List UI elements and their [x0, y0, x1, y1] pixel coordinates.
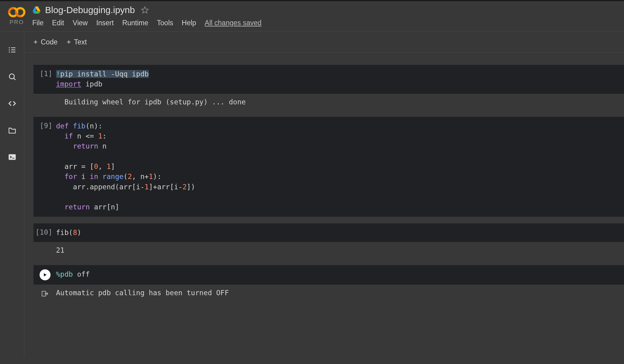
terminal-icon[interactable] [8, 153, 16, 161]
left-rail [0, 32, 24, 357]
code-editor[interactable]: !pip install -Uqq ipdb import ipdb [56, 69, 619, 89]
tok: ]+arr[i- [149, 183, 183, 191]
cell-toolbar: + Code + Text [24, 32, 624, 53]
svg-line-9 [13, 78, 15, 80]
tok: ! [56, 70, 60, 78]
notebook-cells: [1] !pip install -Uqq ipdb import ipdb .… [24, 53, 624, 314]
star-icon[interactable] [141, 6, 149, 14]
tok: %pdb [56, 270, 73, 278]
exec-count: [9] [33, 121, 56, 212]
tok: arr.append(arr[i- [56, 183, 145, 191]
plus-icon: + [67, 38, 71, 46]
output-gutter: . [33, 98, 56, 107]
tok: off [73, 270, 89, 278]
code-cell[interactable]: [9] def fib(n): if n <= 1: return n arr … [33, 117, 624, 217]
run-gutter [33, 269, 56, 280]
file-title[interactable]: Blog-Debugging.ipynb [45, 5, 135, 15]
code-block[interactable]: [1] !pip install -Uqq ipdb import ipdb [33, 65, 624, 94]
tok: def [56, 122, 69, 130]
tok: 1 [145, 183, 149, 191]
code-editor[interactable]: def fib(n): if n <= 1: return n arr = [0… [56, 121, 619, 212]
cell-output: . Building wheel for ipdb (setup.py) ...… [33, 94, 624, 110]
main: + Code + Text [1] !pip install -Uqq ipdb… [24, 32, 624, 357]
tok: for [65, 173, 77, 180]
body-wrap: + Code + Text [1] !pip install -Uqq ipdb… [0, 32, 624, 357]
exec-count: [10] [33, 228, 56, 238]
tok: 1 [107, 163, 111, 170]
tok: pip install -Uqq ipdb [60, 70, 149, 78]
colab-logo-icon[interactable] [8, 5, 26, 19]
run-cell-button[interactable] [40, 269, 51, 280]
tok: ipdb [81, 80, 102, 88]
tok: 2 [128, 173, 132, 180]
tok: fib [69, 122, 86, 130]
tok: ( [124, 173, 128, 180]
code-block[interactable]: [9] def fib(n): if n <= 1: return n arr … [33, 117, 624, 217]
files-icon[interactable] [8, 126, 16, 135]
header: PRO Blog-Debugging.ipynb File Edit View … [0, 1, 624, 32]
tok: fib( [56, 229, 73, 236]
output-gutter [33, 289, 56, 297]
exec-count: [1] [33, 69, 56, 89]
output-text: Automatic pdb calling has been turned OF… [56, 289, 229, 297]
tok: , n+ [132, 173, 149, 180]
tok: 0 [94, 163, 98, 170]
menu-edit[interactable]: Edit [52, 19, 64, 27]
tok: 8 [73, 229, 77, 236]
tok: return [65, 203, 90, 211]
tok: , [98, 163, 107, 170]
search-icon[interactable] [8, 72, 16, 81]
logo-column: PRO [4, 4, 30, 26]
save-status[interactable]: All changes saved [205, 19, 261, 27]
menu-view[interactable]: View [73, 19, 88, 27]
menu-help[interactable]: Help [182, 19, 196, 27]
code-cell-active[interactable]: %pdb off Automatic pdb calling has been … [33, 265, 624, 301]
tok: arr[n] [90, 203, 119, 211]
code-cell[interactable]: [10] fib(8) . 21 [33, 223, 624, 258]
add-text-label: Text [74, 38, 87, 46]
plus-icon: + [33, 38, 38, 46]
add-code-button[interactable]: + Code [33, 38, 58, 46]
tok: : [102, 132, 107, 140]
menu-runtime[interactable]: Runtime [122, 19, 149, 27]
tok: 2 [182, 183, 187, 191]
output-gutter: . [33, 246, 56, 255]
table-of-contents-icon[interactable] [8, 46, 16, 54]
tok: if [65, 132, 73, 140]
menu-bar: File Edit View Insert Runtime Tools Help… [30, 16, 621, 31]
code-block[interactable]: %pdb off [33, 265, 624, 285]
tok: ): [153, 173, 162, 180]
menu-insert[interactable]: Insert [96, 19, 114, 27]
output-arrow-icon[interactable] [41, 290, 48, 297]
pro-label: PRO [9, 19, 24, 26]
tok: range [98, 173, 124, 180]
tok: 1 [98, 132, 103, 140]
tok: i [77, 173, 90, 180]
tok: arr = [ [56, 163, 94, 170]
add-code-label: Code [41, 38, 58, 46]
tok: 1 [149, 173, 153, 180]
tok: n [98, 142, 107, 150]
svg-point-8 [9, 74, 14, 79]
tok: ]) [187, 183, 195, 191]
code-snippets-icon[interactable] [8, 99, 16, 108]
drive-icon [32, 6, 41, 14]
code-editor[interactable]: %pdb off [56, 269, 619, 280]
code-cell[interactable]: [1] !pip install -Uqq ipdb import ipdb .… [33, 65, 624, 110]
cell-output: Automatic pdb calling has been turned OF… [33, 285, 624, 301]
svg-rect-10 [9, 154, 16, 160]
tok: import [56, 80, 81, 88]
tok: (n): [86, 122, 102, 130]
menu-tools[interactable]: Tools [157, 19, 173, 27]
add-text-button[interactable]: + Text [67, 38, 87, 46]
code-block[interactable]: [10] fib(8) [33, 223, 624, 242]
menu-file[interactable]: File [32, 19, 44, 27]
play-icon [43, 272, 47, 277]
tok: ] [111, 163, 115, 170]
output-text: 21 [56, 246, 65, 255]
title-row: Blog-Debugging.ipynb [30, 4, 621, 16]
tok: return [73, 142, 98, 150]
code-editor[interactable]: fib(8) [56, 228, 619, 238]
tok: ) [77, 229, 81, 236]
cell-output: . 21 [33, 242, 624, 258]
